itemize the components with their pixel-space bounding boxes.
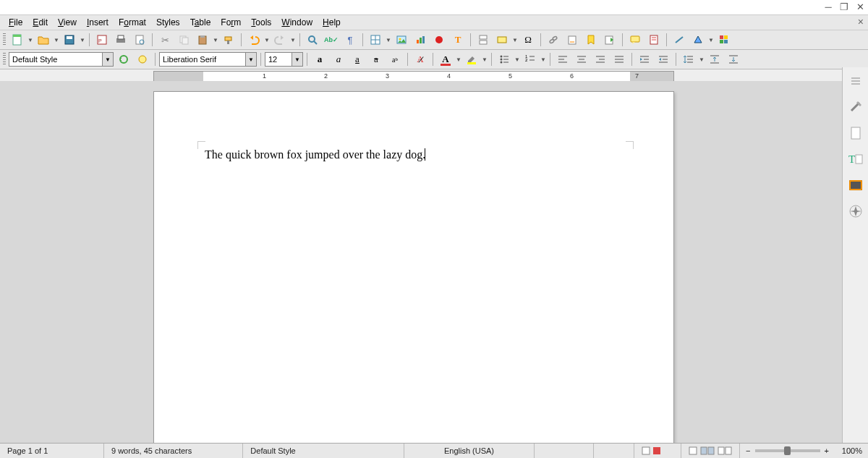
paste-button[interactable]: [194, 31, 211, 48]
window-close-icon[interactable]: ✕: [855, 1, 865, 12]
copy-button[interactable]: [175, 31, 192, 48]
toolbar-grip[interactable]: [3, 33, 6, 46]
sidebar-settings-icon[interactable]: [846, 72, 865, 90]
font-name-input[interactable]: [160, 54, 245, 65]
spellcheck-button[interactable]: Ab✓: [323, 31, 340, 48]
highlight-dropdown[interactable]: ▼: [482, 56, 488, 63]
numbered-list-button[interactable]: 12: [522, 51, 539, 68]
status-language[interactable]: English (USA): [404, 444, 534, 458]
save-button[interactable]: [61, 31, 78, 48]
status-style[interactable]: Default Style: [243, 444, 404, 458]
sidebar-page-icon[interactable]: [846, 124, 865, 143]
formatting-marks-button[interactable]: ¶: [341, 31, 359, 48]
document-close-icon[interactable]: ×: [858, 16, 864, 27]
font-size-combo[interactable]: ▼: [265, 52, 303, 67]
page-break-button[interactable]: [475, 31, 492, 48]
document-page[interactable]: The quick brown fox jumped over the lazy…: [153, 91, 674, 444]
menu-form[interactable]: Form: [216, 16, 245, 29]
table-dropdown[interactable]: ▼: [386, 37, 391, 43]
italic-button[interactable]: a: [330, 51, 347, 68]
status-selection-mode[interactable]: [634, 444, 681, 458]
menu-help[interactable]: Help: [318, 16, 345, 29]
zoom-out-icon[interactable]: −: [746, 446, 750, 455]
menu-edit[interactable]: Edit: [28, 16, 52, 29]
align-center-button[interactable]: [573, 51, 590, 68]
clear-formatting-button[interactable]: A̷: [412, 51, 429, 68]
special-char-button[interactable]: Ω: [519, 31, 537, 48]
menu-window[interactable]: Window: [277, 16, 317, 29]
sidebar-properties-icon[interactable]: [846, 98, 865, 116]
status-view-layout[interactable]: [681, 444, 740, 458]
line-spacing-button[interactable]: [680, 51, 697, 68]
font-name-combo[interactable]: ▼: [159, 52, 257, 67]
align-justify-button[interactable]: [610, 51, 628, 68]
menu-table[interactable]: Table: [186, 16, 216, 29]
field-button[interactable]: [493, 31, 511, 48]
export-pdf-button[interactable]: P: [93, 31, 111, 48]
chart-button[interactable]: [412, 31, 429, 48]
paste-dropdown[interactable]: ▼: [213, 37, 218, 43]
status-insert-mode[interactable]: [594, 444, 634, 458]
status-page[interactable]: Page 1 of 1: [0, 444, 104, 458]
document-text[interactable]: The quick brown fox jumped over the lazy…: [205, 148, 627, 161]
superscript-button[interactable]: ab: [386, 51, 404, 68]
menu-view[interactable]: View: [54, 16, 81, 29]
new-doc-button[interactable]: [9, 31, 26, 48]
indent-decrease-button[interactable]: [655, 51, 672, 68]
redo-dropdown[interactable]: ▼: [290, 37, 296, 43]
align-left-button[interactable]: [554, 51, 571, 68]
new-style-button[interactable]: [134, 51, 151, 68]
zoom-slider[interactable]: [755, 449, 820, 452]
line-button[interactable]: [671, 31, 688, 48]
update-style-button[interactable]: [115, 51, 132, 68]
track-changes-button[interactable]: [645, 31, 663, 48]
sidebar-styles-icon[interactable]: T: [846, 150, 865, 169]
highlight-button[interactable]: [463, 51, 480, 68]
menu-file[interactable]: File: [4, 16, 27, 29]
table-button[interactable]: [367, 31, 384, 48]
bullet-list-button[interactable]: [495, 51, 513, 68]
find-replace-button[interactable]: [304, 31, 321, 48]
save-dropdown[interactable]: ▼: [80, 37, 85, 43]
font-color-button[interactable]: A: [437, 51, 454, 68]
new-doc-dropdown[interactable]: ▼: [27, 37, 33, 43]
draw-functions-button[interactable]: [715, 31, 733, 48]
basic-shapes-button[interactable]: [689, 31, 707, 48]
print-button[interactable]: [112, 31, 129, 48]
clone-formatting-button[interactable]: [220, 31, 237, 48]
footnote-button[interactable]: [563, 31, 581, 48]
print-preview-button[interactable]: [131, 31, 148, 48]
status-word-count[interactable]: 9 words, 45 characters: [104, 444, 243, 458]
bookmark-button[interactable]: [582, 31, 600, 48]
bold-button[interactable]: a: [311, 51, 328, 68]
record-button[interactable]: [430, 31, 448, 48]
comment-button[interactable]: [626, 31, 644, 48]
bullet-dropdown[interactable]: ▼: [514, 56, 520, 63]
strikethrough-button[interactable]: a: [367, 51, 385, 68]
paragraph-style-input[interactable]: [9, 54, 102, 65]
align-right-button[interactable]: [592, 51, 609, 68]
chevron-down-icon[interactable]: ▼: [292, 53, 302, 66]
para-space-decrease-button[interactable]: [725, 51, 742, 68]
hyperlink-button[interactable]: [545, 31, 562, 48]
window-restore-icon[interactable]: ❐: [839, 1, 849, 12]
sidebar-navigator-icon[interactable]: [846, 202, 865, 221]
font-size-input[interactable]: [265, 54, 292, 65]
numbered-dropdown[interactable]: ▼: [540, 56, 546, 63]
field-dropdown[interactable]: ▼: [512, 37, 518, 43]
textbox-button[interactable]: T: [449, 31, 467, 48]
shapes-dropdown[interactable]: ▼: [708, 37, 714, 43]
indent-increase-button[interactable]: [636, 51, 653, 68]
cross-reference-button[interactable]: [601, 31, 618, 48]
toolbar-grip[interactable]: [3, 53, 6, 66]
chevron-down-icon[interactable]: ▼: [245, 53, 256, 66]
para-space-increase-button[interactable]: [706, 51, 723, 68]
menu-format[interactable]: Format: [114, 16, 150, 29]
open-dropdown[interactable]: ▼: [54, 37, 59, 43]
paragraph-style-combo[interactable]: ▼: [9, 52, 114, 67]
open-button[interactable]: [35, 31, 52, 48]
window-minimize-icon[interactable]: ─: [823, 1, 833, 12]
redo-button[interactable]: [271, 31, 289, 48]
menu-tools[interactable]: Tools: [247, 16, 276, 29]
menu-insert[interactable]: Insert: [82, 16, 113, 29]
